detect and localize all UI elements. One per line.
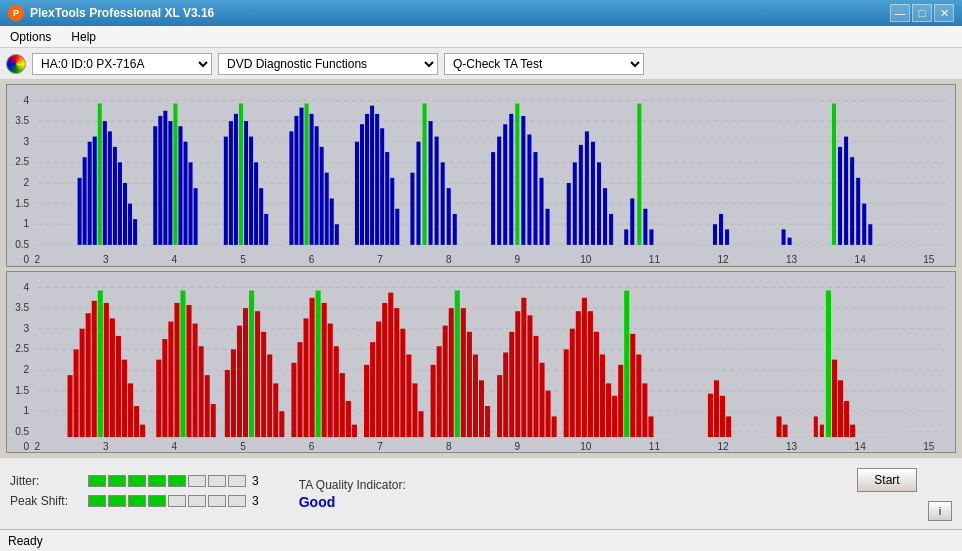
svg-rect-258 <box>814 416 818 437</box>
jitter-seg-1 <box>88 475 106 487</box>
svg-rect-222 <box>509 331 514 436</box>
info-button[interactable]: i <box>928 501 952 521</box>
svg-rect-224 <box>521 297 526 436</box>
svg-rect-257 <box>820 424 824 436</box>
svg-rect-103 <box>591 142 595 245</box>
svg-rect-73 <box>360 124 364 245</box>
svg-rect-116 <box>788 238 792 245</box>
svg-rect-114 <box>725 229 729 244</box>
svg-rect-100 <box>573 162 577 245</box>
svg-rect-176 <box>199 346 204 437</box>
svg-rect-189 <box>291 362 296 436</box>
maximize-button[interactable]: □ <box>912 4 932 22</box>
svg-text:11: 11 <box>649 441 661 452</box>
svg-rect-33 <box>83 157 87 245</box>
svg-rect-195 <box>328 323 333 436</box>
test-select[interactable]: Q-Check TA Test <box>444 53 644 75</box>
svg-rect-58 <box>249 137 253 245</box>
svg-rect-72 <box>355 142 359 245</box>
svg-rect-98 <box>546 209 550 245</box>
status-bar: Ready <box>0 529 962 551</box>
svg-rect-231 <box>570 328 575 436</box>
svg-text:1.5: 1.5 <box>15 384 29 395</box>
menu-bar: Options Help <box>0 26 962 48</box>
svg-rect-46 <box>163 111 167 245</box>
top-chart-panel: 4 3.5 3 2.5 2 1.5 1 0.5 0 2 3 4 5 6 7 8 … <box>6 84 956 267</box>
svg-rect-36 <box>98 104 102 245</box>
svg-rect-68 <box>320 147 324 245</box>
svg-rect-186 <box>267 354 272 437</box>
svg-rect-180 <box>231 349 236 437</box>
drive-icon <box>6 54 26 74</box>
svg-rect-120 <box>850 157 854 245</box>
svg-rect-225 <box>527 315 532 437</box>
function-select[interactable]: DVD Diagnostic Functions <box>218 53 438 75</box>
svg-text:0: 0 <box>24 254 30 265</box>
minimize-button[interactable]: — <box>890 4 910 22</box>
svg-rect-204 <box>388 292 393 436</box>
drive-select[interactable]: HA:0 ID:0 PX-716A <box>32 53 212 75</box>
svg-rect-213 <box>449 308 454 437</box>
close-button[interactable]: ✕ <box>934 4 954 22</box>
svg-rect-84 <box>441 162 445 245</box>
svg-text:1.5: 1.5 <box>15 198 29 209</box>
peak-seg-7 <box>208 495 226 507</box>
ta-quality-value: Good <box>299 494 336 510</box>
svg-rect-82 <box>429 121 433 245</box>
svg-rect-170 <box>162 339 167 437</box>
menu-help[interactable]: Help <box>65 28 102 46</box>
peak-seg-6 <box>188 495 206 507</box>
svg-rect-75 <box>370 106 374 245</box>
svg-rect-190 <box>297 342 302 437</box>
svg-rect-178 <box>211 404 216 437</box>
svg-rect-105 <box>603 188 607 245</box>
svg-rect-39 <box>113 147 117 245</box>
svg-text:15: 15 <box>923 254 935 265</box>
svg-rect-80 <box>395 209 399 245</box>
svg-rect-227 <box>539 362 544 436</box>
svg-rect-43 <box>133 219 137 245</box>
svg-rect-208 <box>412 383 417 437</box>
toolbar: HA:0 ID:0 PX-716A DVD Diagnostic Functio… <box>0 48 962 80</box>
svg-rect-226 <box>533 335 538 436</box>
svg-rect-156 <box>68 375 73 437</box>
svg-rect-48 <box>173 104 177 245</box>
start-button[interactable]: Start <box>857 468 917 492</box>
svg-rect-59 <box>254 162 258 245</box>
svg-rect-177 <box>205 375 210 437</box>
svg-rect-118 <box>838 147 842 245</box>
svg-rect-60 <box>259 188 263 245</box>
svg-rect-175 <box>193 323 198 436</box>
svg-text:4: 4 <box>172 254 178 265</box>
svg-rect-164 <box>116 335 121 436</box>
svg-rect-67 <box>315 126 319 245</box>
svg-rect-55 <box>234 114 238 245</box>
title-bar: P PlexTools Professional XL V3.16 — □ ✕ <box>0 0 962 26</box>
jitter-seg-6 <box>188 475 206 487</box>
svg-rect-66 <box>310 114 314 245</box>
svg-rect-45 <box>158 116 162 245</box>
svg-rect-49 <box>178 126 182 245</box>
svg-rect-253 <box>832 359 837 436</box>
svg-rect-212 <box>443 325 448 436</box>
svg-rect-173 <box>180 290 185 436</box>
svg-rect-110 <box>643 209 647 245</box>
svg-rect-184 <box>255 311 260 437</box>
svg-rect-81 <box>423 104 427 245</box>
peak-seg-1 <box>88 495 106 507</box>
svg-rect-214 <box>455 290 460 436</box>
svg-text:2.5: 2.5 <box>15 156 29 167</box>
svg-rect-188 <box>279 411 284 437</box>
svg-text:12: 12 <box>717 441 729 452</box>
svg-rect-123 <box>868 224 872 245</box>
svg-rect-157 <box>74 349 79 437</box>
svg-rect-192 <box>310 297 315 436</box>
svg-rect-122 <box>862 204 866 245</box>
menu-options[interactable]: Options <box>4 28 57 46</box>
svg-rect-64 <box>299 108 303 245</box>
svg-rect-108 <box>630 198 634 244</box>
svg-text:3: 3 <box>24 322 30 333</box>
svg-rect-92 <box>509 114 513 245</box>
svg-text:3: 3 <box>103 254 109 265</box>
svg-rect-199 <box>352 424 357 436</box>
